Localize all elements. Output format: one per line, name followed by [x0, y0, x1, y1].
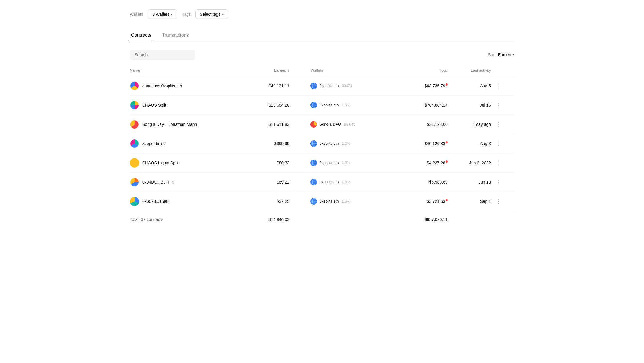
contract-icon	[130, 158, 139, 168]
wallet-cell: 0xsplits.eth 1.0%	[293, 172, 405, 192]
contract-name: Song a Day – Jonathan Mann	[142, 122, 197, 127]
last-activity: Aug 5	[451, 76, 494, 95]
wallet-name: 0xsplits.eth	[319, 160, 339, 165]
sort-control: Sort Earned ▾	[488, 52, 514, 57]
earned-value: $49,131.11	[251, 76, 293, 95]
col-wallets: Wallets	[293, 66, 405, 76]
more-options-icon[interactable]: ⋮	[494, 83, 502, 89]
wallet-cell: 0xsplits.eth 1.0%	[293, 134, 405, 153]
row-actions[interactable]: ⋮	[494, 192, 514, 211]
total-value: $63,736.79	[405, 76, 451, 95]
tags-label: Tags	[182, 12, 191, 17]
svg-point-14	[130, 158, 139, 168]
total-value: $4,227.28	[405, 153, 451, 172]
wallets-label: Wallets	[130, 12, 143, 17]
dot-indicator	[446, 199, 448, 201]
row-actions[interactable]: ⋮	[494, 172, 514, 192]
search-input[interactable]	[130, 50, 195, 60]
last-activity: 1 day ago	[451, 115, 494, 134]
name-cell: 0x0073...15e0	[130, 192, 251, 211]
sort-label: Sort	[488, 52, 496, 57]
earned-value: $399.99	[251, 134, 293, 153]
contract-icon	[130, 177, 139, 187]
footer-label: Total: 37 contracts	[130, 211, 251, 227]
more-options-icon[interactable]: ⋮	[494, 198, 502, 204]
last-activity: Jun 13	[451, 172, 494, 192]
row-actions[interactable]: ⋮	[494, 95, 514, 115]
table-header: Name Earned ↓ Wallets Total Last activit…	[130, 66, 514, 76]
earned-value: $37.25	[251, 192, 293, 211]
chevron-down-icon: ▾	[171, 12, 173, 16]
last-activity: Jun 2, 2022	[451, 153, 494, 172]
earned-value: $11,611.83	[251, 115, 293, 134]
col-total: Total	[405, 66, 451, 76]
last-activity: Jul 16	[451, 95, 494, 115]
more-options-icon[interactable]: ⋮	[494, 179, 502, 185]
contract-name: CHAOS Split	[142, 103, 166, 107]
wallets-dropdown[interactable]: 3 Wallets ▾	[148, 9, 177, 19]
dot-indicator	[446, 141, 448, 143]
table-row: 0x0073...15e0 $37.25 0xsplits.eth 1.0% $…	[130, 192, 514, 211]
footer-activity-spacer	[451, 211, 494, 227]
wallet-pct: 1.9%	[342, 160, 351, 165]
more-options-icon[interactable]: ⋮	[494, 160, 502, 166]
contracts-table: Name Earned ↓ Wallets Total Last activit…	[130, 66, 514, 227]
sort-value: Earned	[498, 52, 511, 57]
wallets-value: 3 Wallets	[152, 12, 169, 17]
name-cell: Song a Day – Jonathan Mann	[130, 115, 251, 134]
row-actions[interactable]: ⋮	[494, 153, 514, 172]
total-value: $40,126.88	[405, 134, 451, 153]
wallet-cell: 0xsplits.eth 1.0%	[293, 192, 405, 211]
table-row: Song a Day – Jonathan Mann $11,611.83 So…	[130, 115, 514, 134]
total-value: $704,884.14	[405, 95, 451, 115]
table-row: zapper finis? $399.99 0xsplits.eth 1.0% …	[130, 134, 514, 153]
tags-dropdown[interactable]: Select tags ▾	[195, 9, 228, 19]
wallet-cell: 0xsplits.eth 1.9%	[293, 153, 405, 172]
tab-transactions[interactable]: Transactions	[161, 30, 190, 41]
footer-wallet-spacer	[293, 211, 405, 227]
name-cell: 0x94DC...BcFf ⚙	[130, 172, 251, 192]
dot-indicator	[446, 160, 448, 163]
table-row: CHAOS Split $13,604.26 0xsplits.eth 1.9%…	[130, 95, 514, 115]
wallet-pct: 1.9%	[342, 103, 351, 107]
row-actions[interactable]: ⋮	[494, 76, 514, 95]
name-cell: zapper finis?	[130, 134, 251, 153]
table-body: donations.0xsplits.eth $49,131.11 0xspli…	[130, 76, 514, 227]
wallet-name: Song a DAO	[319, 122, 341, 126]
wallet-name: 0xsplits.eth	[319, 180, 339, 184]
row-actions[interactable]: ⋮	[494, 134, 514, 153]
footer-row: Total: 37 contracts $74,946.03 $857,020.…	[130, 211, 514, 227]
tags-value: Select tags	[200, 12, 220, 17]
toolbar: Sort Earned ▾	[130, 50, 514, 60]
last-activity: Aug 3	[451, 134, 494, 153]
sort-dropdown[interactable]: Earned ▾	[498, 52, 514, 57]
wallet-pct: 1.0%	[342, 199, 351, 203]
more-options-icon[interactable]: ⋮	[494, 102, 502, 108]
row-actions[interactable]: ⋮	[494, 115, 514, 134]
total-value: $32,128.00	[405, 115, 451, 134]
contract-name: CHAOS Liquid Split	[142, 160, 178, 165]
last-activity: Sep 1	[451, 192, 494, 211]
gear-icon: ⚙	[171, 180, 175, 184]
table-row: CHAOS Liquid Split $80.32 0xsplits.eth 1…	[130, 153, 514, 172]
wallet-name: 0xsplits.eth	[319, 199, 339, 203]
col-earned: Earned ↓	[251, 66, 293, 76]
filter-bar: Wallets 3 Wallets ▾ Tags Select tags ▾	[130, 9, 514, 19]
name-cell: CHAOS Liquid Split	[130, 153, 251, 172]
wallet-cell: Song a DAO 98.0%	[293, 115, 405, 134]
contract-icon	[130, 120, 139, 129]
tab-contracts[interactable]: Contracts	[130, 30, 152, 41]
chevron-down-icon: ▾	[512, 53, 514, 57]
page-container: Wallets 3 Wallets ▾ Tags Select tags ▾ C…	[118, 0, 526, 236]
name-cell: donations.0xsplits.eth	[130, 76, 251, 95]
footer-actions-spacer	[494, 211, 514, 227]
col-name: Name	[130, 66, 251, 76]
name-cell: CHAOS Split	[130, 95, 251, 115]
contract-icon	[130, 100, 139, 110]
tabs-container: Contracts Transactions	[130, 30, 514, 41]
more-options-icon[interactable]: ⋮	[494, 141, 502, 147]
wallet-cell: 0xsplits.eth 1.9%	[293, 95, 405, 115]
more-options-icon[interactable]: ⋮	[494, 121, 502, 127]
contract-icon	[130, 197, 139, 206]
footer-total: $857,020.11	[405, 211, 451, 227]
